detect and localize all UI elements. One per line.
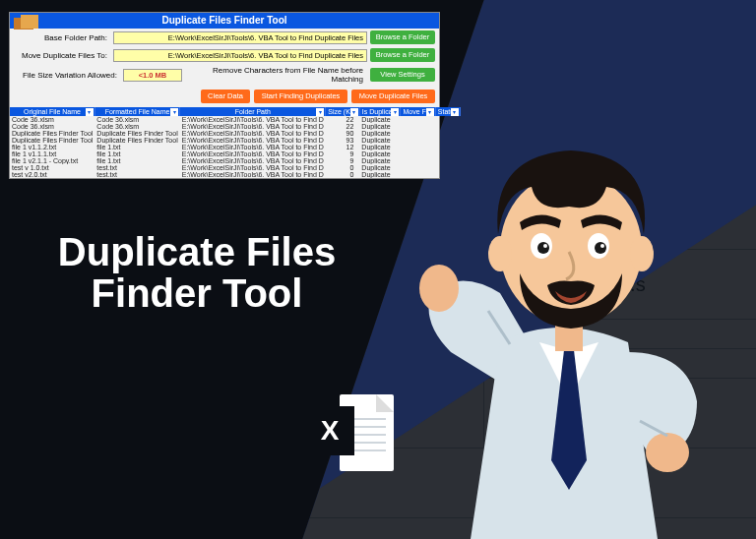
browse-move-button[interactable]: Browse a Folder	[370, 48, 435, 62]
businessman-illustration	[372, 96, 746, 539]
svg-point-10	[543, 244, 547, 248]
move-folder-label: Move Duplicate Files To:	[14, 51, 110, 60]
start-finding-button[interactable]: Start Finding Duplicates	[254, 90, 347, 103]
svg-point-0	[419, 265, 459, 312]
column-header[interactable]: Formatted File Name▾	[94, 107, 179, 116]
panel-title: Duplicate Files Finder Tool	[10, 13, 439, 29]
filter-dropdown-icon[interactable]: ▾	[350, 108, 358, 116]
svg-point-11	[600, 244, 604, 248]
svg-point-1	[646, 433, 689, 472]
hero-title: Duplicate Files Finder Tool	[39, 231, 354, 314]
view-settings-button[interactable]: View Settings	[370, 68, 435, 82]
browse-base-button[interactable]: Browse a Folder	[370, 30, 435, 44]
column-header[interactable]: Original File Name▾	[10, 107, 94, 116]
svg-point-4	[488, 236, 512, 271]
filter-dropdown-icon[interactable]: ▾	[170, 108, 178, 116]
size-variation-label: File Size Variation Allowed:	[14, 71, 120, 80]
size-variation-input[interactable]: <1.0 MB	[123, 69, 182, 82]
filter-dropdown-icon[interactable]: ▾	[316, 108, 324, 116]
svg-point-5	[630, 236, 654, 271]
clear-data-button[interactable]: Clear Data	[201, 90, 250, 103]
folder-icon	[14, 14, 39, 30]
move-folder-input[interactable]: E:\Work\ExcelSirJi\Tools\6. VBA Tool to …	[113, 49, 367, 62]
svg-point-8	[537, 242, 549, 254]
filter-dropdown-icon[interactable]: ▾	[86, 108, 94, 116]
remove-chars-label: Remove Characters from File Name before …	[185, 66, 367, 84]
base-folder-label: Base Folder Path:	[14, 33, 110, 42]
column-header[interactable]: Folder Path▾	[180, 107, 326, 116]
base-folder-input[interactable]: E:\Work\ExcelSirJi\Tools\6. VBA Tool to …	[113, 31, 367, 44]
svg-point-9	[595, 242, 606, 254]
column-header[interactable]: Size (KB)▾	[326, 107, 360, 116]
